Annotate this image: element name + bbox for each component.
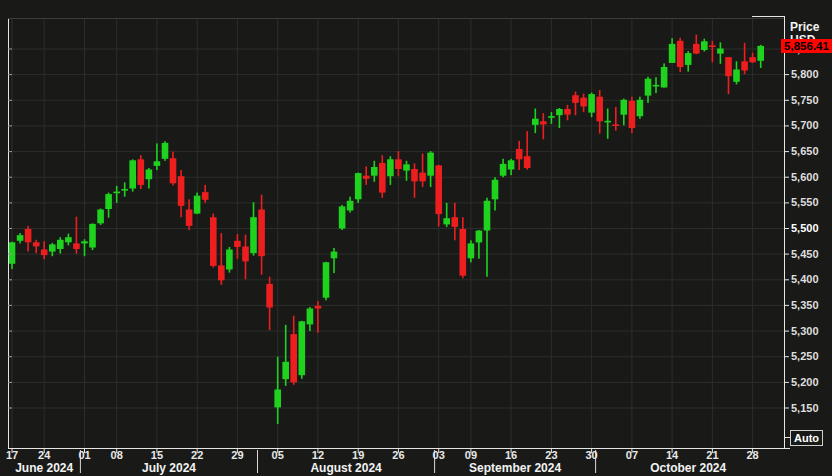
candle-body (258, 210, 265, 257)
candle-body (307, 309, 314, 325)
x-tick-label: 26 (385, 449, 411, 461)
candle-body (532, 119, 539, 125)
candle-body (468, 243, 475, 258)
candle-body (138, 159, 145, 185)
month-label: June 2024 (15, 461, 73, 475)
candle-body (452, 217, 459, 227)
last-price-badge: 5,856.41 (781, 39, 832, 53)
candle-body (524, 156, 531, 168)
candle-body (146, 170, 153, 180)
month-label: September 2024 (469, 461, 561, 475)
candle-body (9, 242, 16, 263)
candle-body (250, 217, 257, 253)
y-tick-label: 5,200 (791, 376, 819, 388)
candle-wick (35, 240, 37, 253)
x-tick-label: 21 (699, 449, 725, 461)
x-tick-label: 07 (619, 449, 645, 461)
candle-body (693, 44, 700, 54)
candle-body (339, 206, 346, 228)
x-tick-label: 22 (184, 449, 210, 461)
candle-body (548, 116, 555, 118)
y-tick-label: 5,650 (791, 145, 819, 157)
candle-body (419, 173, 426, 182)
candle-body (121, 189, 128, 191)
month-label: October 2024 (650, 461, 726, 475)
candle-body (588, 94, 595, 113)
candle-body (637, 100, 644, 116)
candle-body (435, 165, 442, 214)
candle-body (242, 247, 249, 262)
candle-body (178, 176, 185, 206)
candle-body (226, 250, 233, 270)
candle-body (508, 160, 515, 169)
candle-body (202, 192, 209, 200)
candle-body (81, 241, 88, 243)
x-tick-label: 05 (265, 449, 291, 461)
candle-wick (607, 109, 609, 139)
candle-body (274, 390, 281, 408)
candle-body (572, 95, 579, 103)
candle-body (347, 201, 354, 211)
candle-wick (406, 161, 408, 181)
candle-wick (543, 113, 545, 139)
candle-body (113, 192, 120, 194)
y-axis-title: Price (790, 20, 819, 34)
x-tick-label: 08 (104, 449, 130, 461)
candle-body (73, 243, 80, 249)
candle-body (57, 240, 64, 249)
candle-wick (575, 92, 577, 116)
candle-body (484, 201, 491, 231)
candle-body (379, 163, 386, 193)
x-tick-label: 23 (538, 449, 564, 461)
candle-body (516, 149, 523, 159)
y-tick-label: 5,400 (791, 273, 819, 285)
candle-body (613, 124, 620, 126)
candle-body (725, 57, 732, 76)
x-tick-label: 14 (659, 449, 685, 461)
candle-body (282, 362, 289, 379)
candle-body (315, 306, 322, 309)
candle-body (89, 224, 96, 248)
x-tick-label: 16 (498, 449, 524, 461)
candle-body (661, 67, 668, 88)
candle-body (41, 250, 48, 256)
candle-body (653, 85, 660, 87)
y-tick-label: 5,350 (791, 299, 819, 311)
candle-body (355, 173, 362, 199)
candle-body (371, 167, 378, 176)
y-tick-label: 5,450 (791, 248, 819, 260)
candle-body (621, 100, 628, 115)
candle-wick (712, 41, 714, 63)
candle-body (49, 244, 56, 251)
candlestick-chart-area[interactable] (0, 0, 832, 476)
candle-body (331, 252, 338, 259)
y-tick-label: 5,550 (791, 196, 819, 208)
y-tick-label: 5,800 (791, 68, 819, 80)
x-tick-label: 09 (458, 449, 484, 461)
candle-body (741, 61, 748, 70)
y-tick-label: 5,150 (791, 402, 819, 414)
candle-body (604, 121, 611, 123)
y-tick-label: 5,750 (791, 94, 819, 106)
candle-body (97, 210, 104, 224)
candle-body (17, 235, 24, 241)
candle-body (669, 44, 676, 63)
candle-body (129, 160, 136, 188)
auto-scale-button[interactable]: Auto (790, 430, 823, 446)
candle-body (194, 196, 201, 214)
x-tick-label: 24 (31, 449, 57, 461)
candle-body (443, 218, 450, 224)
candle-body (580, 98, 587, 107)
candle-wick (156, 143, 158, 170)
candle-body (210, 217, 217, 266)
candle-body (556, 109, 563, 115)
candle-body (492, 180, 499, 200)
candle-body (387, 159, 394, 176)
chart-background (0, 0, 832, 476)
x-tick-label: 01 (72, 449, 98, 461)
candle-wick (422, 154, 424, 187)
candle-body (323, 262, 330, 297)
y-tick-label: 5,600 (791, 171, 819, 183)
candle-wick (365, 166, 367, 185)
candle-body (701, 41, 708, 50)
